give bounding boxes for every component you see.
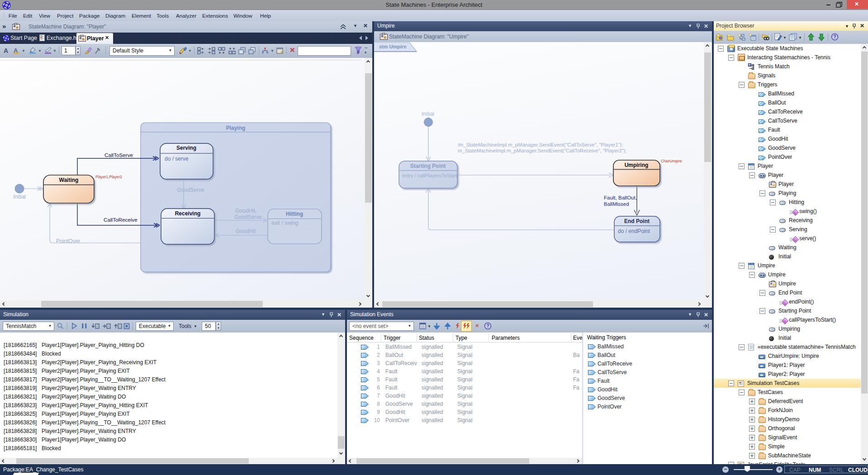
svg-text:Umpiring: Umpiring bbox=[625, 162, 649, 168]
svg-text:Receiving: Receiving bbox=[175, 210, 201, 217]
svg-text:Initial: Initial bbox=[13, 194, 26, 200]
svg-text:Fault, BallOut,: Fault, BallOut, bbox=[604, 195, 637, 200]
svg-text:GoodHit: GoodHit bbox=[236, 228, 256, 234]
svg-text:/m_StateMachineImpl.m_pManager: /m_StateMachineImpl.m_pManager.SendEvent… bbox=[458, 142, 623, 147]
svg-text:Starting Point: Starting Point bbox=[410, 163, 446, 169]
svg-text:Initial: Initial bbox=[422, 111, 434, 117]
svg-text:End Point: End Point bbox=[624, 218, 650, 224]
svg-text:GoodHit,: GoodHit, bbox=[235, 208, 256, 214]
svg-text:m_StateMachineImpl.m_pManager.: m_StateMachineImpl.m_pManager.SendEvent(… bbox=[458, 148, 626, 153]
svg-text:CallToReceive: CallToReceive bbox=[104, 217, 138, 223]
svg-text:do / endPoint: do / endPoint bbox=[618, 228, 650, 234]
svg-text:Waiting: Waiting bbox=[59, 177, 79, 183]
svg-text:exit / swing: exit / swing bbox=[271, 220, 298, 226]
svg-text:PointOver: PointOver bbox=[56, 238, 80, 244]
svg-text:Hitting: Hitting bbox=[286, 211, 303, 217]
svg-text:GoodServe: GoodServe bbox=[234, 214, 262, 220]
svg-text:?: ? bbox=[486, 323, 489, 328]
svg-text:do / serve: do / serve bbox=[165, 156, 189, 162]
svg-text:BallMissed: BallMissed bbox=[604, 201, 629, 207]
svg-text:ChairUmpire: ChairUmpire bbox=[661, 159, 682, 163]
svg-text:Serving: Serving bbox=[176, 145, 196, 151]
svg-text:entry / callPlayersToStart: entry / callPlayersToStart bbox=[402, 173, 457, 178]
svg-text:CallToServe: CallToServe bbox=[104, 152, 133, 158]
svg-text:Player1,Player2: Player1,Player2 bbox=[95, 175, 122, 179]
svg-text:GoodServe: GoodServe bbox=[177, 187, 204, 193]
svg-text:?: ? bbox=[833, 34, 836, 39]
svg-text:Playing: Playing bbox=[226, 125, 246, 131]
